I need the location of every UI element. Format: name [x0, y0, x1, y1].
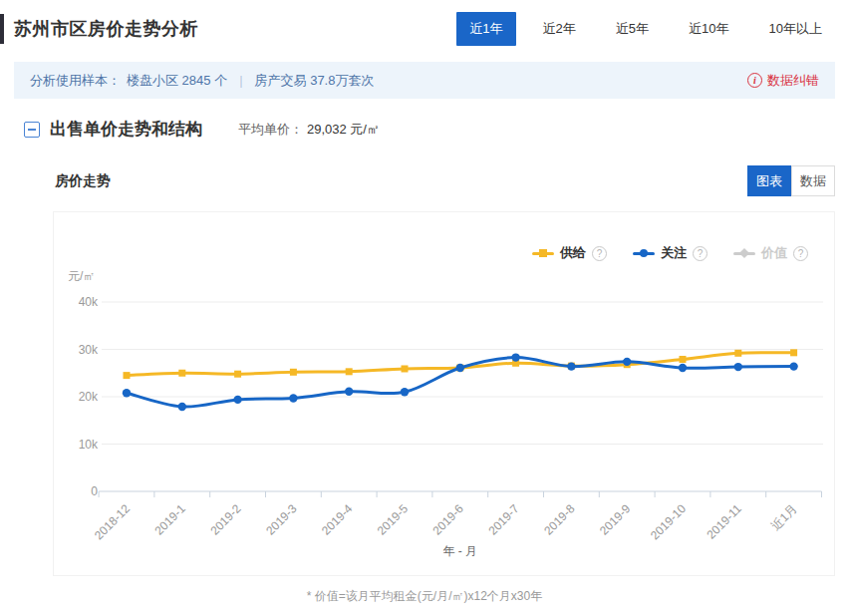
average-price-value: 29,032 元/㎡ — [307, 122, 380, 137]
view-toggle-data[interactable]: 数据 — [791, 165, 835, 196]
help-icon[interactable]: ? — [693, 246, 708, 261]
svg-text:20k: 20k — [79, 390, 99, 404]
svg-text:2019-1: 2019-1 — [152, 501, 189, 538]
time-range-tab-2[interactable]: 近5年 — [603, 12, 662, 46]
sample-community-count: 楼盘小区 2845 个 — [127, 72, 227, 90]
time-range-tabs: 近1年近2年近5年近10年10年以上 — [442, 12, 835, 46]
average-price: 平均单价：29,032 元/㎡ — [238, 121, 380, 139]
svg-text:2019-9: 2019-9 — [597, 501, 634, 538]
legend-marker-circle-icon — [633, 247, 655, 259]
svg-text:2019-4: 2019-4 — [319, 501, 356, 538]
legend-item-2[interactable]: 价值? — [733, 244, 808, 262]
price-trend-chart-panel: 供给?关注?价值? 010k20k30k40k元/㎡2018-122019-12… — [53, 211, 835, 576]
trend-title: 房价走势 — [55, 172, 111, 190]
svg-text:0: 0 — [91, 484, 98, 498]
time-range-tab-3[interactable]: 近10年 — [676, 12, 741, 46]
svg-text:40k: 40k — [79, 295, 99, 309]
divider: | — [233, 73, 248, 88]
sample-transaction-count: 房产交易 37.8万套次 — [255, 72, 375, 90]
price-trend-chart: 010k20k30k40k元/㎡2018-122019-12019-22019-… — [54, 212, 834, 575]
time-range-tab-4[interactable]: 10年以上 — [756, 12, 835, 46]
page: 苏州市区房价走势分析 近1年近2年近5年近10年10年以上 分析使用样本： 楼盘… — [0, 0, 849, 616]
value-definition-footnote: * 价值=该月平均租金(元/月/㎡)x12个月x30年 — [0, 588, 849, 605]
trend-header: 房价走势 图表数据 — [55, 165, 835, 196]
data-correction-label: 数据纠错 — [767, 72, 819, 90]
info-circle-icon: i — [747, 73, 762, 88]
chart-data-toggle: 图表数据 — [747, 165, 835, 196]
section-title: 出售单价走势和结构 — [50, 118, 202, 141]
svg-text:10k: 10k — [79, 438, 99, 452]
sample-info-label: 分析使用样本： — [30, 72, 121, 90]
help-icon[interactable]: ? — [592, 246, 607, 261]
help-icon[interactable]: ? — [793, 246, 808, 261]
svg-text:2019-7: 2019-7 — [485, 501, 522, 538]
legend-item-0[interactable]: 供给? — [532, 244, 607, 262]
svg-text:2019-10: 2019-10 — [648, 501, 689, 542]
sample-info-bar: 分析使用样本： 楼盘小区 2845 个 | 房产交易 37.8万套次 i 数据纠… — [14, 62, 835, 99]
svg-text:2019-3: 2019-3 — [263, 501, 300, 538]
svg-text:2019-2: 2019-2 — [207, 501, 244, 538]
collapse-minus-icon[interactable] — [24, 122, 40, 138]
svg-text:2019-6: 2019-6 — [430, 501, 467, 538]
chart-legend: 供给?关注?价值? — [532, 244, 808, 262]
svg-text:近1月: 近1月 — [768, 501, 800, 533]
page-title: 苏州市区房价走势分析 — [14, 17, 198, 41]
time-range-tab-1[interactable]: 近2年 — [530, 12, 589, 46]
page-header: 苏州市区房价走势分析 近1年近2年近5年近10年10年以上 — [0, 10, 835, 48]
legend-label: 关注 — [661, 244, 687, 262]
svg-text:年 - 月: 年 - 月 — [442, 544, 477, 558]
view-toggle-chart[interactable]: 图表 — [747, 165, 791, 196]
sample-info: 分析使用样本： 楼盘小区 2845 个 | 房产交易 37.8万套次 — [30, 72, 374, 90]
legend-label: 价值 — [761, 244, 787, 262]
svg-text:2019-8: 2019-8 — [541, 501, 578, 538]
svg-text:2019-5: 2019-5 — [375, 501, 412, 538]
legend-label: 供给 — [560, 244, 586, 262]
svg-text:2019-11: 2019-11 — [705, 501, 745, 542]
data-correction-link[interactable]: i 数据纠错 — [747, 72, 819, 90]
time-range-tab-0[interactable]: 近1年 — [456, 12, 515, 46]
svg-text:元/㎡: 元/㎡ — [68, 269, 95, 283]
average-price-label: 平均单价： — [238, 122, 303, 137]
svg-text:2018-12: 2018-12 — [92, 501, 133, 542]
legend-marker-diamond-icon — [733, 247, 755, 259]
title-accent-bar — [0, 14, 4, 44]
svg-text:30k: 30k — [79, 343, 99, 357]
section-header: 出售单价走势和结构 平均单价：29,032 元/㎡ — [24, 118, 835, 141]
legend-item-1[interactable]: 关注? — [633, 244, 708, 262]
legend-marker-square-icon — [532, 247, 554, 259]
